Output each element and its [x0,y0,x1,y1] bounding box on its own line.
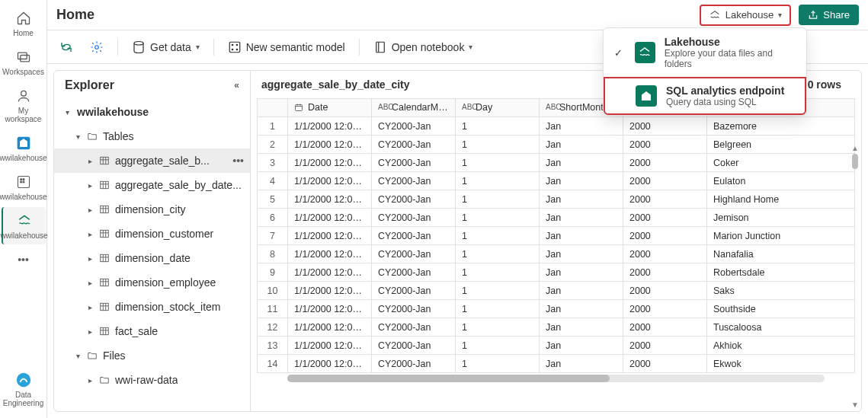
cell[interactable]: 2000 [623,117,707,136]
scroll-down-icon[interactable]: ▼ [851,400,859,409]
cell[interactable]: 1/1/2000 12:00:0... [288,300,372,318]
get-data-button[interactable]: Get data ▾ [129,37,203,57]
cell[interactable]: 1/1/2000 12:00:0... [288,337,372,355]
cell[interactable]: Jan [540,227,623,245]
cell[interactable]: Highland Home [707,190,855,209]
cell[interactable]: 2000 [623,154,707,172]
cell[interactable]: 1 [456,136,540,154]
table-row[interactable]: 101/1/2000 12:00:0...CY2000-Jan1Jan2000S… [258,282,855,300]
cell[interactable]: 1/1/2000 12:00:0... [288,282,372,300]
vertical-scroll-arrows[interactable]: ▲ ▼ [850,144,860,409]
cell[interactable]: 1/1/2000 12:00:0... [288,227,372,245]
cell[interactable]: Belgreen [707,136,855,154]
cell[interactable]: 2000 [623,337,707,355]
cell[interactable]: 2000 [623,263,707,282]
tree-table-entry[interactable]: ▸ dimension_stock_item [54,295,250,319]
cell[interactable]: Jan [540,263,623,282]
cell[interactable]: Jan [540,209,623,227]
cell[interactable]: 1/1/2000 12:00:0... [288,245,372,263]
cell[interactable]: 1 [456,209,540,227]
cell[interactable]: CY2000-Jan [372,136,456,154]
table-row[interactable]: 31/1/2000 12:00:0...CY2000-Jan1Jan2000Co… [258,154,855,172]
cell[interactable]: CY2000-Jan [372,117,456,136]
table-row[interactable]: 81/1/2000 12:00:0...CY2000-Jan1Jan2000Na… [258,245,855,263]
tree-table-entry[interactable]: ▸ aggregate_sale_by_date... [54,173,250,197]
cell[interactable]: CY2000-Jan [372,209,456,227]
cell[interactable]: 1/1/2000 12:00:0... [288,263,372,282]
tree-table-entry[interactable]: ▸ fact_sale [54,319,250,343]
cell[interactable]: Tuscaloosa [707,318,855,337]
table-row[interactable]: 51/1/2000 12:00:0...CY2000-Jan1Jan2000Hi… [258,190,855,209]
cell[interactable]: 1 [456,190,540,209]
cell[interactable]: CY2000-Jan [372,154,456,172]
cell[interactable]: Jan [540,190,623,209]
cell[interactable]: 1 [456,355,540,373]
mode-switch-button[interactable]: Lakehouse ▾ [700,5,792,26]
cell[interactable]: CY2000-Jan [372,282,456,300]
cell[interactable]: Jan [540,337,623,355]
tree-tables[interactable]: ▾ Tables [54,124,250,148]
cell[interactable]: 1 [456,154,540,172]
cell[interactable]: 2000 [623,136,707,154]
table-row[interactable]: 141/1/2000 12:00:0...CY2000-Jan1Jan2000E… [258,355,855,373]
share-button[interactable]: Share [799,5,859,25]
cell[interactable]: CY2000-Jan [372,172,456,190]
cell[interactable]: 1/1/2000 12:00:0... [288,172,372,190]
cell[interactable]: CY2000-Jan [372,300,456,318]
tree-table-entry[interactable]: ▸ dimension_city [54,197,250,222]
cell[interactable]: 1/1/2000 12:00:0... [288,136,372,154]
cell[interactable]: Saks [707,282,855,300]
cell[interactable]: 2000 [623,190,707,209]
table-row[interactable]: 131/1/2000 12:00:0...CY2000-Jan1Jan2000A… [258,337,855,355]
tree-files[interactable]: ▾ Files [54,343,250,368]
cell[interactable]: Eulaton [707,172,855,190]
cell[interactable]: 2000 [623,172,707,190]
cell[interactable]: CY2000-Jan [372,318,456,337]
collapse-explorer-button[interactable]: « [234,80,239,91]
cell[interactable]: Jemison [707,209,855,227]
cell[interactable]: 1 [456,172,540,190]
rail-my-workspace[interactable]: My workspace [2,82,46,128]
tree-root[interactable]: ▾ wwilakehouse [54,100,250,124]
table-row[interactable]: 91/1/2000 12:00:0...CY2000-Jan1Jan2000Ro… [258,263,855,282]
cell[interactable]: 2000 [623,318,707,337]
table-row[interactable]: 21/1/2000 12:00:0...CY2000-Jan1Jan2000Be… [258,136,855,154]
table-row[interactable]: 111/1/2000 12:00:0...CY2000-Jan1Jan2000S… [258,300,855,318]
cell[interactable]: 2000 [623,227,707,245]
table-row[interactable]: 11/1/2000 12:00:0...CY2000-Jan1Jan2000Ba… [258,117,855,136]
cell[interactable]: Jan [540,172,623,190]
cell[interactable]: 2000 [623,245,707,263]
menu-item-lakehouse[interactable]: ✓ Lakehouse Explore your data files and … [604,28,806,77]
tree-table-entry[interactable]: ▸ dimension_date [54,246,250,270]
cell[interactable]: Jan [540,300,623,318]
settings-button[interactable] [87,37,107,57]
cell[interactable]: 1 [456,227,540,245]
open-notebook-button[interactable]: Open notebook ▾ [370,37,476,57]
cell[interactable]: Akhiok [707,337,855,355]
cell[interactable]: 1 [456,282,540,300]
cell[interactable]: Ekwok [707,355,855,373]
tree-table-entry[interactable]: ▸ dimension_employee [54,270,250,295]
scroll-up-icon[interactable]: ▲ [851,144,859,152]
rail-home[interactable]: Home [2,5,46,42]
table-row[interactable]: 61/1/2000 12:00:0...CY2000-Jan1Jan2000Je… [258,209,855,227]
cell[interactable]: 1 [456,318,540,337]
cell[interactable]: Jan [540,136,623,154]
cell[interactable]: 2000 [623,300,707,318]
cell[interactable]: Jan [540,318,623,337]
rail-lakehouse-1[interactable]: wwilakehouse [2,129,46,167]
cell[interactable]: Robertsdale [707,263,855,282]
cell[interactable]: Jan [540,355,623,373]
rail-workspaces[interactable]: Workspaces [2,43,46,81]
table-row[interactable]: 121/1/2000 12:00:0...CY2000-Jan1Jan2000T… [258,318,855,337]
cell[interactable]: Jan [540,117,623,136]
cell[interactable]: Jan [540,154,623,172]
cell[interactable]: CY2000-Jan [372,190,456,209]
tree-table-entry[interactable]: ▸ dimension_customer [54,222,250,246]
rail-more[interactable]: ••• [18,254,29,266]
refresh-button[interactable] [56,37,76,57]
table-row[interactable]: 41/1/2000 12:00:0...CY2000-Jan1Jan2000Eu… [258,172,855,190]
cell[interactable]: 1/1/2000 12:00:0... [288,209,372,227]
cell[interactable]: CY2000-Jan [372,337,456,355]
cell[interactable]: CY2000-Jan [372,355,456,373]
